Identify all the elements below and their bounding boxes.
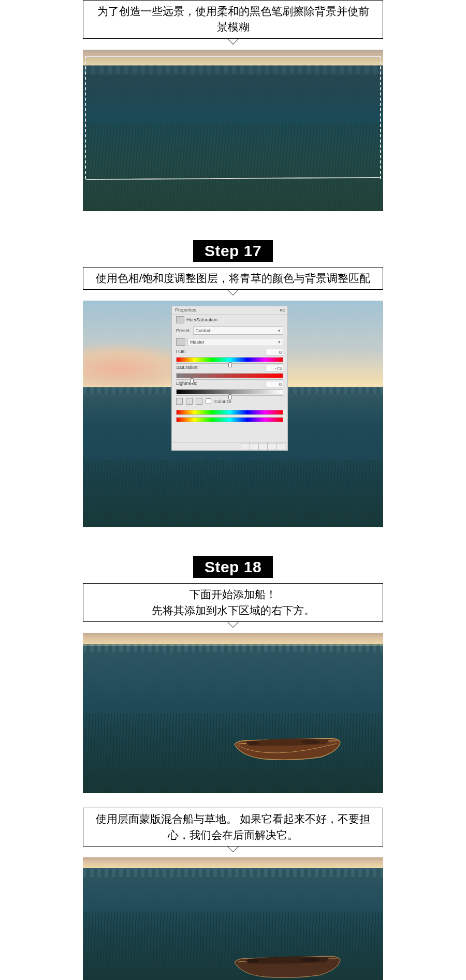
step-badge-17: Step 17 bbox=[193, 240, 273, 262]
svg-point-0 bbox=[246, 741, 259, 745]
step-badge-label: Step 17 bbox=[205, 242, 261, 259]
panel-title: Hue/Saturation bbox=[186, 317, 217, 322]
lightness-track[interactable] bbox=[176, 395, 283, 396]
reset-button[interactable] bbox=[258, 443, 268, 450]
visibility-button[interactable] bbox=[267, 443, 276, 450]
panel-footer bbox=[172, 442, 287, 450]
step-badge-18: Step 18 bbox=[193, 556, 273, 578]
water-surface bbox=[83, 869, 383, 877]
clip-to-layer-button[interactable] bbox=[241, 443, 250, 450]
eyedropper-icon[interactable] bbox=[176, 398, 183, 405]
boat-icon bbox=[233, 735, 342, 761]
saturation-track[interactable] bbox=[176, 379, 283, 380]
svg-point-3 bbox=[301, 958, 320, 962]
target-adjust-icon[interactable] bbox=[176, 338, 185, 346]
lightness-slider: Lightness: 0 bbox=[172, 380, 287, 396]
hue-value[interactable]: 0 bbox=[266, 349, 283, 356]
tutorial-image-boat-added bbox=[83, 633, 383, 793]
eyedropper-subtract-icon[interactable] bbox=[196, 398, 202, 405]
caption-arrow-icon bbox=[227, 622, 239, 628]
panel-tab[interactable]: Properties bbox=[172, 306, 287, 315]
channel-select[interactable]: Master bbox=[187, 338, 283, 346]
hue-gradient[interactable] bbox=[176, 357, 283, 362]
underwater-grass bbox=[83, 460, 383, 527]
panel-menu-icon[interactable]: ▾≡ bbox=[280, 307, 285, 313]
caption-arrow-icon bbox=[227, 847, 239, 852]
water-surface bbox=[83, 644, 383, 652]
panel-tab-label: Properties bbox=[175, 307, 196, 313]
caption-box: 为了创造一些远景，使用柔和的黑色笔刷擦除背景并使前景模糊 bbox=[83, 0, 383, 39]
saturation-gradient[interactable] bbox=[176, 373, 283, 378]
slider-thumb-icon[interactable] bbox=[228, 394, 232, 399]
delete-button[interactable] bbox=[276, 443, 285, 450]
underwater-grass bbox=[83, 123, 383, 211]
caption-box: 下面开始添加船！ 先将其添加到水下区域的右下方。 bbox=[83, 583, 383, 622]
channel-value: Master bbox=[190, 339, 205, 345]
marquee-selection-right bbox=[380, 56, 381, 179]
step-badge-label: Step 18 bbox=[205, 558, 261, 575]
colorize-checkbox[interactable] bbox=[206, 398, 211, 404]
caption-text: 为了创造一些远景，使用柔和的黑色笔刷擦除背景并使前景模糊 bbox=[97, 5, 369, 33]
caption-text: 先将其添加到水下区域的右下方。 bbox=[152, 604, 315, 616]
tutorial-image-boat-masked bbox=[83, 857, 383, 980]
saturation-value[interactable]: -73 bbox=[266, 365, 283, 372]
water-surface bbox=[83, 65, 383, 75]
caption-arrow-icon bbox=[227, 39, 239, 44]
caption-text: 使用色相/饱和度调整图层，将青草的颜色与背景调整匹配 bbox=[96, 272, 371, 284]
eyedropper-add-icon[interactable] bbox=[186, 398, 193, 405]
saturation-label: Saturation: bbox=[176, 365, 199, 372]
colorize-label: Colorize bbox=[214, 399, 231, 404]
caption-text: 使用层面蒙版混合船与草地。 如果它看起来不好，不要担心，我们会在后面解决它。 bbox=[96, 813, 371, 840]
slider-thumb-icon[interactable] bbox=[228, 362, 232, 367]
svg-point-1 bbox=[301, 740, 320, 744]
hue-track[interactable] bbox=[176, 363, 283, 364]
hue-label: Hue: bbox=[176, 349, 186, 356]
preset-select[interactable]: Custom bbox=[193, 326, 283, 335]
preset-label: Preset: bbox=[176, 328, 191, 333]
lightness-label: Lightness: bbox=[176, 381, 197, 388]
caption-text: 下面开始添加船！ bbox=[190, 588, 276, 600]
hue-slider: Hue: 0 bbox=[172, 348, 287, 364]
svg-point-2 bbox=[246, 959, 259, 963]
spectrum-bar-bottom bbox=[176, 417, 283, 422]
properties-panel: ▾≡ Properties Hue/Saturation Preset: Cus… bbox=[171, 306, 288, 451]
caption-box: 使用色相/饱和度调整图层，将青草的颜色与背景调整匹配 bbox=[83, 267, 383, 290]
view-previous-button[interactable] bbox=[250, 443, 259, 450]
boat-icon bbox=[233, 953, 342, 979]
preset-value: Custom bbox=[196, 328, 212, 333]
adjustment-icon bbox=[176, 316, 184, 323]
lightness-gradient[interactable] bbox=[176, 389, 283, 394]
marquee-selection-top bbox=[85, 56, 381, 57]
preset-row: Preset: Custom bbox=[172, 325, 287, 336]
tutorial-image-hsv-panel: ▾≡ Properties Hue/Saturation Preset: Cus… bbox=[83, 301, 383, 527]
marquee-selection-left bbox=[85, 56, 86, 179]
panel-title-row: Hue/Saturation bbox=[172, 315, 287, 325]
slider-thumb-icon[interactable] bbox=[190, 378, 194, 383]
caption-box: 使用层面蒙版混合船与草地。 如果它看起来不好，不要担心，我们会在后面解决它。 bbox=[83, 808, 383, 847]
lightness-value[interactable]: 0 bbox=[266, 381, 283, 388]
caption-arrow-icon bbox=[227, 290, 239, 295]
channel-row: Master bbox=[172, 336, 287, 348]
tutorial-image-selection bbox=[83, 50, 383, 211]
spectrum-bar-top bbox=[176, 410, 283, 415]
